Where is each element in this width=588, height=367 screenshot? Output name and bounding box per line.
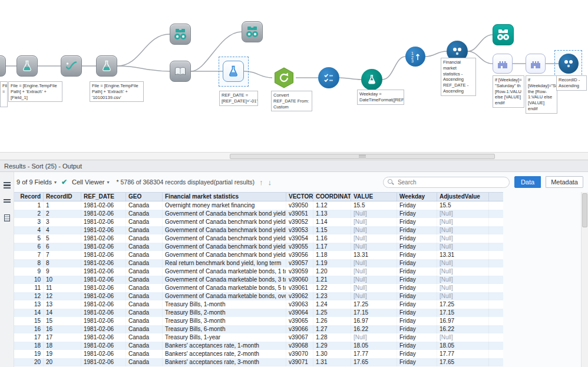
cell-geo: Canada (126, 292, 163, 300)
input-data-tool-partial[interactable] (0, 55, 6, 77)
column-header[interactable]: GEO (126, 193, 163, 201)
cell-record: 14 (14, 309, 44, 317)
column-header[interactable]: Record (14, 193, 44, 201)
results-toolbar: 9 of 9 Fields ▾ ✔ Cell Viewer ▾ * 5786 o… (14, 172, 588, 192)
report-view-button[interactable] (2, 197, 12, 206)
cell-coordinate: 1.14 (313, 218, 351, 226)
cell-recordId: 10 (44, 276, 81, 284)
column-header[interactable]: AdjustedValue (437, 193, 489, 201)
cell-stat: Treasury Bills, 1-month (163, 300, 286, 309)
castle-icon (495, 56, 510, 71)
tool-annotation[interactable]: File = (0, 81, 8, 107)
cell-refDate: 1981-02-06 (81, 317, 126, 325)
cell-vector: v39071 (286, 358, 313, 366)
cell-record: 1 (14, 201, 44, 210)
table-view-button[interactable] (2, 180, 12, 190)
column-header[interactable]: Weekday (397, 193, 437, 201)
cell-coordinate: 1.23 (313, 292, 351, 300)
cell-viewer-dropdown[interactable]: Cell Viewer ▾ (72, 178, 109, 186)
cell-recordId: 6 (44, 243, 81, 251)
table-row[interactable]: 13131981-02-06CanadaTreasury Bills, 1-mo… (14, 300, 503, 309)
check-tool[interactable] (61, 55, 82, 77)
column-header[interactable]: REF_DATE (81, 193, 126, 201)
select-tool[interactable] (318, 67, 339, 88)
multirow-formula-tool-2[interactable] (526, 54, 546, 74)
table-row[interactable]: 991981-02-06CanadaGovernment of Canada m… (14, 267, 503, 276)
tool-annotation[interactable]: if [Weekday]="Sunday" the [Row-1:VALU el… (526, 75, 557, 114)
input-data-tool-1[interactable] (16, 55, 38, 77)
union-tool[interactable] (170, 61, 191, 82)
browse-tool-2[interactable] (242, 21, 263, 42)
cell-adjusted: [Null] (437, 226, 489, 234)
scrollbar-thumb[interactable] (582, 193, 587, 227)
cell-geo: Canada (126, 267, 163, 276)
table-row[interactable]: 19191981-02-06CanadaBankers' acceptances… (14, 350, 503, 358)
table-row[interactable]: 111981-02-06CanadaOvernight money market… (14, 201, 503, 210)
results-vertical-scrollbar[interactable] (581, 192, 588, 367)
tool-annotation[interactable]: RecordID - Ascending (556, 75, 587, 91)
metadata-tab-button[interactable]: Metadata (546, 176, 583, 188)
canvas-horizontal-scrollbar[interactable] (0, 152, 588, 160)
column-header[interactable]: COORDINATE (313, 193, 351, 201)
cell-adjusted: [Null] (437, 292, 489, 300)
table-row[interactable]: 331981-02-06CanadaGovernment of Canada b… (14, 218, 503, 226)
tool-annotation[interactable]: REF_DATE = [REF_DATE]+'-01' (219, 91, 258, 106)
datetime-convert-tool[interactable] (272, 66, 296, 90)
results-table-header: RecordRecordIDREF_DATEGEOFinancial marke… (14, 192, 503, 201)
check-swoosh-icon (64, 59, 78, 73)
tool-annotation[interactable]: if [Weekday]= "Saturday" th [Row-1:VALU … (493, 75, 524, 108)
binoculars-icon (245, 24, 260, 39)
table-row[interactable]: 221981-02-06CanadaGovernment of Canada b… (14, 210, 503, 218)
page-view-button[interactable] (2, 213, 12, 223)
cell-stat: Bankers' acceptances rate, 1-month (163, 342, 286, 350)
table-row[interactable]: 881981-02-06CanadaReal return benchmark … (14, 259, 503, 267)
tool-annotation[interactable]: Financial market statistics - Ascending … (441, 58, 476, 96)
table-row[interactable]: 12121981-02-06CanadaGovernment of Canada… (14, 292, 503, 300)
formula-tool-weekday[interactable] (361, 69, 382, 90)
cell-stat: Treasury Bills, 3-month (163, 317, 286, 325)
cell-refDate: 1981-02-06 (81, 251, 126, 259)
column-header[interactable]: VALUE (351, 193, 397, 201)
cell-adjusted: [Null] (437, 259, 489, 267)
column-header[interactable]: RecordID (44, 193, 81, 201)
table-row[interactable]: 16161981-02-06CanadaTreasury Bills, 6-mo… (14, 325, 503, 333)
sort-tool-2[interactable] (559, 54, 579, 74)
tool-annotation[interactable]: Weekday = DateTimeFormat([REF_DATE],"%A"… (357, 90, 404, 105)
binoculars-icon (173, 27, 188, 42)
browse-tool-3[interactable] (493, 24, 514, 45)
cell-refDate: 1981-02-06 (81, 243, 126, 251)
table-row[interactable]: 661981-02-06CanadaGovernment of Canada b… (14, 243, 503, 251)
tool-annotation[interactable]: Convert REF_DATE From: Custom (271, 91, 312, 111)
table-row[interactable]: 18181981-02-06CanadaBankers' acceptances… (14, 342, 503, 350)
table-row[interactable]: 551981-02-06CanadaGovernment of Canada b… (14, 234, 503, 243)
up-arrow-icon[interactable]: ↑ (259, 178, 263, 187)
table-row[interactable]: 441981-02-06CanadaGovernment of Canada b… (14, 226, 503, 234)
table-row[interactable]: 771981-02-06CanadaGovernment of Canada b… (14, 251, 503, 259)
down-arrow-icon[interactable]: ↓ (268, 178, 272, 187)
apply-check-icon[interactable]: ✔ (61, 178, 67, 186)
formula-tool-refdate[interactable] (223, 61, 244, 82)
table-row[interactable]: 17171981-02-06CanadaTreasury Bills, 1-ye… (14, 333, 503, 342)
chevron-down-icon: ▾ (107, 180, 109, 185)
table-row[interactable]: 14141981-02-06CanadaTreasury Bills, 2-mo… (14, 309, 503, 317)
table-row[interactable]: 11111981-02-06CanadaGovernment of Canada… (14, 284, 503, 292)
table-row[interactable]: 15151981-02-06CanadaTreasury Bills, 3-mo… (14, 317, 503, 325)
column-header[interactable]: VECTOR (286, 193, 313, 201)
cell-value: 17.77 (351, 350, 397, 358)
input-data-tool-2[interactable] (96, 55, 117, 77)
table-row[interactable]: 10101981-02-06CanadaGovernment of Canada… (14, 276, 503, 284)
table-row[interactable]: 20201981-02-06CanadaBankers' acceptances… (14, 358, 503, 366)
fields-dropdown[interactable]: 9 of 9 Fields ▾ (16, 178, 57, 186)
sort-tool-1[interactable]: 1 2 3 (405, 47, 425, 67)
cell-recordId: 7 (44, 251, 81, 259)
tool-annotation[interactable]: File = [Engine.TempFile Path] + 'Extract… (8, 81, 62, 102)
column-header[interactable]: Financial market statistics (163, 193, 286, 201)
search-input[interactable] (383, 177, 510, 188)
flask-icon (20, 59, 34, 73)
tool-annotation[interactable]: File = [Engine.TempFile Path] + 'Extract… (90, 81, 144, 102)
browse-tool-1[interactable] (170, 24, 191, 45)
data-tab-button[interactable]: Data (514, 176, 541, 188)
multirow-formula-tool-1[interactable] (493, 54, 513, 74)
scrollbar-thumb[interactable] (230, 154, 495, 159)
cell-record: 12 (14, 292, 44, 300)
